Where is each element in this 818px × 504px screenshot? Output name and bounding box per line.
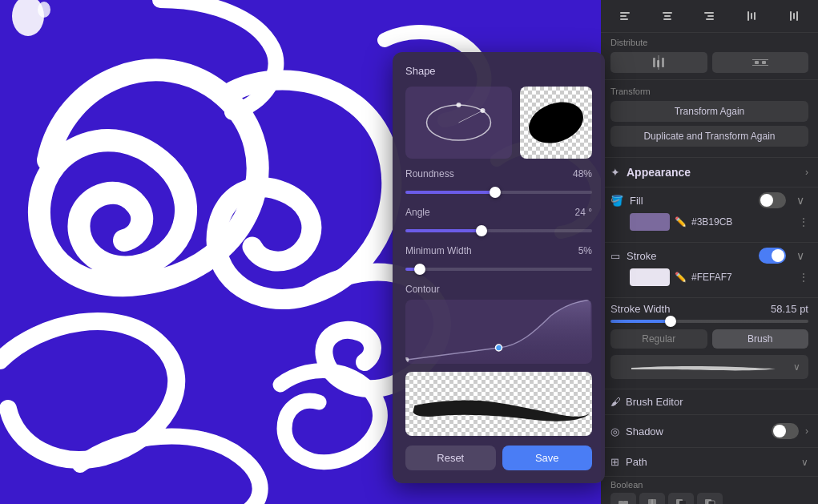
brush-editor-icon: 🖌	[610, 396, 621, 408]
fill-opacity-icon[interactable]: ⋮	[799, 216, 808, 228]
fill-hex-value: #3B19CB	[691, 216, 794, 228]
distribute-label: Distribute	[601, 33, 818, 49]
roundness-label: Roundness	[405, 168, 454, 179]
svg-rect-20	[754, 12, 756, 20]
svg-point-7	[496, 345, 502, 351]
align-bottom-icon[interactable]	[780, 5, 808, 27]
svg-rect-30	[755, 61, 759, 64]
roundness-value: 48%	[573, 168, 592, 179]
angle-value: 24 °	[575, 207, 592, 218]
transform-section: Transform Transform Again Duplicate and …	[601, 80, 818, 158]
shadow-label: Shadow	[626, 425, 765, 437]
boolean-buttons	[610, 493, 808, 504]
svg-rect-27	[659, 55, 659, 70]
right-panel: Distribute Transform	[601, 0, 818, 504]
svg-rect-37	[679, 501, 686, 504]
fill-row: 🪣 Fill ∨	[610, 192, 808, 208]
svg-line-3	[459, 111, 483, 123]
svg-rect-35	[651, 499, 656, 504]
contour-graph[interactable]	[405, 300, 592, 364]
dialog-title: Shape	[405, 65, 592, 77]
min-width-slider[interactable]	[405, 268, 592, 271]
appearance-title: Appearance	[627, 166, 691, 179]
transform-again-button[interactable]: Transform Again	[610, 101, 808, 122]
path-icon: ⊞	[610, 456, 619, 468]
roundness-slider[interactable]	[405, 191, 592, 194]
svg-rect-24	[653, 58, 655, 67]
duplicate-transform-button[interactable]: Duplicate and Transform Again	[610, 126, 808, 147]
svg-point-1	[38, 2, 50, 18]
brush-editor-label: Brush Editor	[626, 396, 683, 408]
svg-rect-9	[620, 12, 630, 14]
svg-rect-14	[663, 18, 671, 20]
stroke-hex-value: #FEFAF7	[691, 272, 794, 283]
shadow-toggle[interactable]	[772, 423, 799, 439]
dist-btn-1[interactable]	[610, 52, 707, 73]
brush-preview-mini[interactable]: ∨	[610, 355, 808, 379]
shape-canvas-left	[405, 87, 512, 159]
shape-preview-row	[405, 87, 592, 159]
fill-edit-icon[interactable]: ✏️	[675, 216, 687, 228]
angle-slider[interactable]	[405, 229, 592, 232]
stroke-label: Stroke	[627, 250, 752, 262]
stroke-width-label: Stroke Width	[610, 303, 670, 315]
distribute-row	[601, 49, 818, 79]
bool-exclude-btn[interactable]	[697, 493, 723, 504]
reset-button[interactable]: Reset	[405, 446, 496, 470]
svg-rect-21	[790, 11, 792, 21]
align-right-icon[interactable]	[695, 5, 723, 27]
svg-point-6	[523, 95, 589, 150]
fill-bucket-icon: 🪣	[610, 195, 623, 207]
brush-dropdown-icon[interactable]: ∨	[793, 361, 800, 373]
stroke-expand-icon[interactable]: ∨	[792, 249, 808, 262]
svg-rect-26	[662, 58, 664, 67]
stroke-opacity-icon[interactable]: ⋮	[799, 272, 808, 283]
distribute-section: Distribute	[601, 33, 818, 80]
stroke-width-slider[interactable]	[610, 320, 808, 323]
shadow-chevron: ›	[805, 425, 808, 437]
svg-rect-13	[664, 15, 671, 17]
stroke-type-row: Regular Brush	[610, 329, 808, 349]
appearance-row[interactable]: ✦ Appearance ›	[601, 158, 818, 187]
angle-label: Angle	[405, 207, 430, 218]
bool-subtract-btn[interactable]	[668, 493, 694, 504]
fill-color-swatch[interactable]	[630, 213, 670, 231]
boolean-label: Boolean	[610, 480, 643, 490]
appearance-icon: ✦	[610, 166, 620, 179]
dist-btn-2[interactable]	[712, 52, 809, 73]
fill-label: Fill	[630, 195, 752, 207]
path-left: ⊞ Path	[610, 456, 647, 468]
stroke-edit-icon[interactable]: ✏️	[675, 272, 687, 283]
path-row[interactable]: ⊞ Path ∨	[601, 448, 818, 477]
stroke-brush-button[interactable]: Brush	[712, 329, 809, 349]
svg-rect-16	[707, 15, 714, 17]
shadow-row[interactable]: ◎ Shadow ›	[601, 415, 818, 448]
stroke-color-swatch[interactable]	[630, 268, 670, 286]
appearance-left: ✦ Appearance	[610, 166, 691, 179]
align-left-icon[interactable]	[610, 5, 639, 27]
fill-toggle[interactable]	[759, 192, 786, 208]
bool-intersect-btn[interactable]	[639, 493, 665, 504]
contour-section: Contour	[405, 284, 592, 364]
bool-union-btn[interactable]	[610, 493, 636, 504]
svg-point-4	[457, 103, 461, 107]
roundness-section: Roundness 48%	[405, 168, 592, 200]
angle-section: Angle 24 °	[405, 207, 592, 239]
svg-rect-18	[747, 11, 749, 21]
stroke-toggle[interactable]	[759, 248, 786, 264]
stroke-width-value: 58.15 pt	[771, 303, 808, 315]
brush-stroke-preview	[405, 372, 592, 436]
fill-expand-icon[interactable]: ∨	[792, 194, 808, 207]
save-button[interactable]: Save	[502, 446, 593, 470]
min-width-label: Minimum Width	[405, 245, 472, 256]
contour-label: Contour	[405, 284, 592, 295]
align-center-icon[interactable]	[653, 5, 682, 27]
stroke-regular-button[interactable]: Regular	[610, 329, 707, 349]
align-top-icon[interactable]	[737, 5, 766, 27]
svg-rect-11	[620, 18, 628, 20]
svg-rect-12	[663, 12, 672, 14]
svg-rect-32	[619, 501, 623, 504]
brush-editor-row[interactable]: 🖌 Brush Editor	[601, 389, 818, 415]
svg-rect-33	[623, 501, 628, 504]
shape-canvas-right	[520, 87, 592, 159]
